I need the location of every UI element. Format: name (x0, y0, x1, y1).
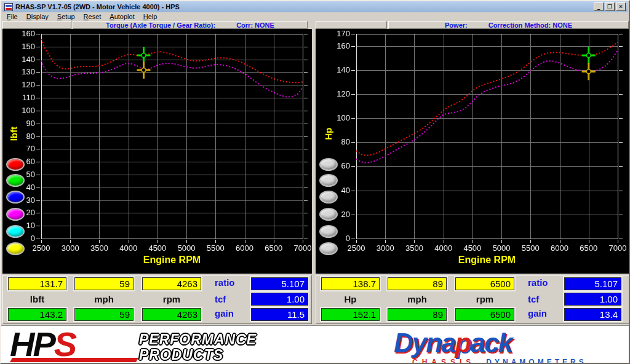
dynapack-wordmark: Dynapack (394, 330, 512, 357)
x-tick-label: 6000 (546, 243, 574, 253)
yellow-cursor-power-value: 138.7 (321, 277, 380, 290)
run-select-button-gray-2[interactable] (319, 174, 338, 187)
x-tick-label: 7000 (289, 243, 317, 253)
x-axis-title: Engine RPM (129, 255, 215, 266)
run-select-button-gray-1[interactable] (319, 158, 338, 171)
header-strip: Torque (Axle Torque / Gear Ratio): Corr:… (2, 21, 628, 29)
menu-item-file[interactable]: File (2, 12, 22, 21)
tcf-field[interactable]: 1.00 (564, 293, 621, 306)
gain-field[interactable]: 13.4 (564, 308, 621, 321)
power-chart-panel: 0204060801001201401601702500300035004000… (316, 29, 630, 274)
y-tick-label: 160 (328, 41, 350, 50)
ratio-label: ratio (528, 277, 560, 290)
close-button[interactable]: ✕ (616, 2, 626, 11)
green-cursor-speed-value: 89 (388, 308, 447, 321)
x-tick-label: 3500 (400, 243, 428, 253)
rpm-unit-label: rpm (455, 294, 514, 306)
menu-item-help[interactable]: Help (139, 12, 162, 21)
x-tick-label: 5500 (201, 243, 229, 253)
menu-item-setup[interactable]: Setup (53, 12, 79, 21)
run-select-button-yellow[interactable] (6, 242, 25, 255)
minimize-button[interactable]: _ (594, 2, 604, 11)
tcf-label: tcf (215, 294, 247, 306)
y-tick-label: 110 (13, 93, 35, 102)
header-blank-left (2, 21, 71, 29)
x-tick-label: 3000 (56, 243, 84, 253)
y-tick-label: 140 (13, 55, 35, 64)
title-bar[interactable]: RHAS-SP V1.7-05 (2WD - Motor Vehicle 400… (2, 1, 628, 12)
window-title: RHAS-SP V1.7-05 (2WD - Motor Vehicle 400… (15, 3, 180, 10)
run-select-button-gray-6[interactable] (319, 242, 338, 255)
logo-strip: HPS PERFORMANCE PRODUCTS Dynapack CHASSI… (1, 325, 630, 364)
y-tick-label: 120 (13, 80, 35, 89)
power-chart-title: Power: (445, 22, 468, 29)
tcf-label: tcf (528, 294, 560, 306)
gain-label: gain (528, 308, 560, 320)
run-select-button-gray-5[interactable] (319, 225, 338, 238)
yellow-cursor-speed-value: 89 (388, 277, 447, 290)
ratio-label: ratio (215, 277, 247, 290)
x-tick-label: 6500 (575, 243, 603, 253)
hps-logo-letters: HPS (10, 327, 75, 362)
ratio-field[interactable]: 5.107 (564, 277, 621, 290)
x-tick-label: 3000 (371, 243, 399, 253)
run-select-button-red[interactable] (6, 158, 25, 171)
speed-unit-label: mph (388, 294, 447, 306)
y-axis-title: lbft (9, 121, 19, 148)
x-tick-label: 4000 (429, 243, 458, 253)
power-unit-label: Hp (321, 294, 380, 306)
x-tick-label: 6000 (231, 243, 259, 253)
gain-field[interactable]: 11.5 (251, 308, 308, 321)
torque-chart-canvas[interactable] (2, 29, 312, 274)
dynapack-subtext: CHASSISDYNAMOMETERS (412, 358, 587, 364)
restore-button[interactable]: ❐ (605, 2, 615, 11)
y-tick-label: 150 (13, 42, 35, 51)
rpm-unit-label: rpm (142, 294, 201, 306)
y-tick-label: 140 (328, 65, 350, 74)
x-tick-label: 4000 (114, 243, 143, 253)
app-icon (4, 3, 13, 11)
power-chart-canvas[interactable] (316, 29, 630, 274)
green-cursor-torque-value: 143.2 (8, 308, 66, 321)
green-cursor-rpm-value: 6500 (455, 308, 514, 321)
run-select-button-gray-3[interactable] (319, 191, 338, 204)
menu-bar: FileDisplaySetupResetAutoplotHelp (2, 12, 628, 21)
x-tick-label: 6500 (260, 243, 288, 253)
header-blank-right (316, 21, 387, 29)
x-tick-label: 5000 (172, 243, 201, 253)
dynapack-logo: Dynapack CHASSISDYNAMOMETERS (388, 330, 628, 364)
power-readout-panel: 138.7 89 6500 ratio 5.107 Hp mph rpm tcf… (316, 275, 630, 324)
y-tick-label: 160 (13, 29, 35, 38)
run-select-button-green[interactable] (6, 174, 25, 187)
yellow-cursor-rpm-value: 4263 (142, 277, 201, 290)
hps-logo: HPS PERFORMANCE PRODUCTS (9, 326, 255, 364)
yellow-cursor-speed-value: 59 (74, 277, 134, 290)
speed-unit-label: mph (74, 294, 134, 306)
green-cursor-power-value: 152.1 (321, 308, 380, 321)
ratio-field[interactable]: 5.107 (251, 277, 308, 290)
run-select-button-blue[interactable] (6, 191, 25, 204)
gain-label: gain (215, 308, 247, 320)
power-chart-header: Power: Correction Method: NONE (388, 21, 629, 29)
torque-chart-header: Torque (Axle Torque / Gear Ratio): Corr:… (73, 21, 308, 29)
x-tick-label: 2500 (27, 243, 55, 253)
tcf-field[interactable]: 1.00 (251, 293, 308, 306)
menu-item-autoplot[interactable]: Autoplot (105, 12, 138, 21)
menu-item-display[interactable]: Display (22, 12, 53, 21)
torque-chart-title: Torque (Axle Torque / Gear Ratio): (106, 22, 215, 29)
torque-chart-panel: 0102030405060708090100110120130140150160… (2, 29, 312, 274)
green-cursor-rpm-value: 4263 (142, 308, 201, 321)
y-axis-title: Hp (323, 121, 333, 148)
green-cursor-speed-value: 59 (74, 308, 134, 321)
x-tick-label: 7000 (604, 243, 630, 253)
app-window: RHAS-SP V1.7-05 (2WD - Motor Vehicle 400… (0, 0, 630, 364)
torque-readout-panel: 131.7 59 4263 ratio 5.107 lbft mph rpm t… (2, 275, 312, 324)
x-axis-title: Engine RPM (444, 255, 530, 266)
yellow-cursor-rpm-value: 6500 (455, 277, 514, 290)
run-select-button-gray-4[interactable] (319, 208, 338, 221)
yellow-cursor-torque-value: 131.7 (8, 277, 66, 290)
run-select-button-cyan[interactable] (6, 225, 25, 238)
run-select-button-magenta[interactable] (6, 208, 25, 221)
y-tick-label: 130 (13, 67, 35, 76)
menu-item-reset[interactable]: Reset (79, 12, 106, 21)
